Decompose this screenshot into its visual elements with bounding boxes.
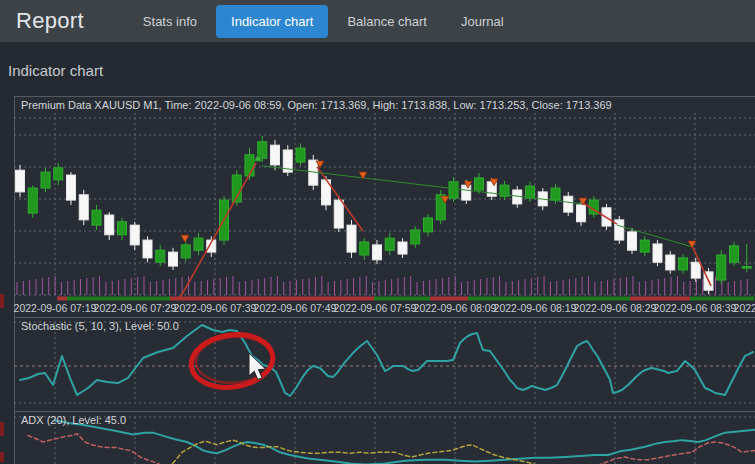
candle-bearish — [271, 145, 280, 165]
tab-indicator-chart[interactable]: Indicator chart — [216, 5, 328, 38]
trade-result-strip — [57, 297, 67, 301]
header: Report Stats infoIndicator chartBalance … — [0, 0, 755, 42]
candlestick-chart-title: Premium Data XAUUSD M1, Time: 2022-09-06… — [21, 99, 612, 111]
candle-bearish — [653, 244, 662, 262]
candle-bearish — [130, 225, 139, 245]
candle-bearish — [398, 242, 407, 254]
screen-edge-mark — [0, 294, 4, 308]
candle-bullish — [118, 222, 127, 235]
candle-bearish — [373, 245, 382, 260]
trade-result-strip — [468, 297, 630, 301]
candle-bullish — [54, 168, 63, 180]
x-axis-label: 2022-09-06 08:49 — [720, 302, 755, 314]
candle-bearish — [79, 195, 88, 220]
candle-bearish — [67, 175, 76, 200]
tab-journal[interactable]: Journal — [446, 5, 519, 38]
candle-bearish — [169, 252, 178, 266]
candle-bullish — [92, 210, 101, 225]
trade-result-strip — [374, 297, 430, 301]
page-title: Indicator chart — [8, 62, 103, 79]
candle-bullish — [296, 148, 305, 162]
candle-bullish — [245, 155, 254, 176]
candle-bullish — [640, 240, 649, 252]
candle-bullish — [449, 182, 458, 198]
adx-title: ADX (20), Level: 45.0 — [21, 414, 126, 426]
trade-result-strip — [690, 297, 754, 301]
candle-bearish — [577, 205, 586, 222]
trade-result-strip — [67, 297, 170, 301]
adx-series-minus-di — [28, 434, 755, 464]
tab-bar: Stats infoIndicator chartBalance chartJo… — [126, 0, 521, 42]
candle-bullish — [156, 250, 165, 262]
candle-bullish — [475, 178, 484, 190]
candle-bullish — [411, 230, 420, 244]
report-window: Report Stats infoIndicator chartBalance … — [0, 0, 755, 464]
app-title: Report — [16, 8, 84, 34]
candle-bullish — [551, 188, 560, 200]
candle-bearish — [334, 200, 343, 228]
trade-result-strip — [430, 297, 468, 301]
candle-bearish — [462, 185, 471, 200]
candle-bullish — [424, 218, 433, 232]
candle-bullish — [194, 238, 203, 250]
adx-series-adx — [55, 421, 755, 464]
candle-bearish — [691, 262, 700, 278]
chart-canvas[interactable] — [14, 96, 755, 464]
sell-signal-marker — [181, 235, 189, 242]
candle-bearish — [16, 170, 25, 192]
screen-edge-mark — [0, 422, 4, 436]
candle-bearish — [347, 225, 356, 252]
candle-bullish — [717, 255, 726, 280]
trend-line-red — [583, 203, 617, 224]
tab-stats-info[interactable]: Stats info — [128, 5, 212, 38]
tab-balance-chart[interactable]: Balance chart — [332, 5, 442, 38]
candle-bearish — [105, 215, 114, 235]
screen-edge-mark — [0, 452, 4, 462]
x-axis: 2022-09-06 07:192022-09-06 07:292022-09-… — [0, 301, 755, 317]
candle-bearish — [666, 255, 675, 270]
candle-bullish — [526, 186, 535, 198]
stochastic-title: Stochastic (5, 10, 3), Level: 50.0 — [21, 320, 179, 332]
candle-bearish — [628, 232, 637, 250]
stochastic-line — [20, 325, 753, 396]
candle-bullish — [385, 238, 394, 250]
candle-bearish — [143, 240, 152, 258]
trade-result-strip — [170, 297, 374, 301]
candle-bullish — [742, 267, 751, 269]
candle-bullish — [41, 172, 50, 188]
trade-result-strip — [630, 297, 690, 301]
trend-line-red — [180, 163, 256, 298]
candle-bullish — [360, 242, 369, 255]
candle-bullish — [28, 188, 37, 213]
candle-bullish — [181, 245, 190, 258]
candle-bullish — [730, 246, 739, 262]
candle-bullish — [679, 258, 688, 270]
candle-bearish — [564, 196, 573, 212]
